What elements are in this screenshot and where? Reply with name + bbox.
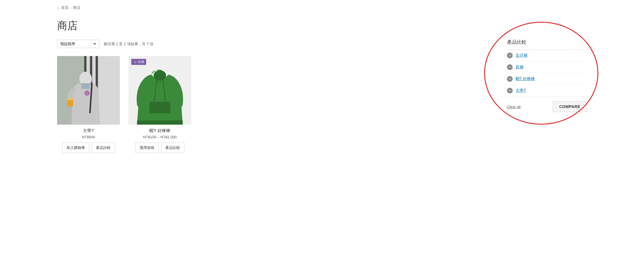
product-compare-button[interactable]: 產品比較 <box>161 143 184 153</box>
svg-rect-10 <box>67 98 74 100</box>
filter-bar: 預設排序 依熱門程度排序 依最新排序 依價格：由低至高 依價格：由高至低 顯示第… <box>57 40 490 48</box>
product-image-person: ☺ <box>57 56 120 125</box>
product-card: ☺ 大學T NT$500 加入購物車 產品比較 <box>57 56 120 153</box>
breadcrumb: ⌂ 首頁 › 商店 <box>0 0 644 10</box>
content-area: 商店 預設排序 依熱門程度排序 依最新排序 依價格：由低至高 依價格：由高至低 … <box>57 10 490 153</box>
clear-all-button[interactable]: Clear all <box>507 105 521 109</box>
svg-rect-15 <box>137 120 183 125</box>
badge-smile-icon: ☺ <box>133 60 137 64</box>
badge-label: 待價 <box>138 60 144 64</box>
remove-compare-item-button[interactable]: ✕ <box>507 53 513 58</box>
compare-button[interactable]: COMPARE <box>553 101 587 112</box>
add-to-cart-button[interactable]: 加入購物車 <box>62 143 89 153</box>
page-title: 商店 <box>57 19 490 33</box>
compare-item-name[interactable]: 生仔褲 <box>516 53 528 58</box>
product-name: 帽T 好棒棒 <box>128 128 191 133</box>
compare-footer: Clear all COMPARE <box>507 101 587 112</box>
compare-item: ✕ 大學T <box>507 85 587 97</box>
select-spec-button[interactable]: 選擇規格 <box>135 143 159 153</box>
product-price: NT$100 – NT$1,000 <box>128 135 191 139</box>
svg-point-14 <box>154 70 166 81</box>
svg-rect-7 <box>81 83 90 89</box>
compare-item-name[interactable]: 大學T <box>516 88 526 93</box>
breadcrumb-current: 商店 <box>73 5 80 10</box>
product-card: ☺ 待價 <box>128 56 191 153</box>
remove-compare-item-button[interactable]: ✕ <box>507 64 513 70</box>
result-count: 顯示第 1 至 2 項結果，共 7 項 <box>104 41 153 47</box>
compare-item: ✕ 生仔褲 <box>507 50 587 61</box>
breadcrumb-separator: › <box>70 6 71 10</box>
product-name: 大學T <box>57 128 120 133</box>
breadcrumb-home[interactable]: 首頁 <box>61 5 69 10</box>
product-actions: 選擇規格 產品比較 <box>128 143 191 153</box>
product-compare-button[interactable]: 產品比較 <box>92 143 115 153</box>
sale-badge: ☺ 待價 <box>131 59 146 65</box>
sort-select[interactable]: 預設排序 依熱門程度排序 依最新排序 依價格：由低至高 依價格：由高至低 <box>57 40 99 48</box>
product-actions: 加入購物車 產品比較 <box>57 143 120 153</box>
remove-compare-item-button[interactable]: ✕ <box>507 76 513 82</box>
compare-item-name[interactable]: 長褲 <box>516 65 524 70</box>
compare-item-name[interactable]: 帽T 好棒棒 <box>516 76 535 81</box>
compare-item: ✕ 帽T 好棒棒 <box>507 73 587 85</box>
sidebar: 產品比較 ✕ 生仔褲 ✕ 長褲 ✕ 帽T 好棒棒 ✕ 大學T Clear all <box>507 10 587 153</box>
svg-text:☺: ☺ <box>86 92 88 95</box>
compare-panel-title: 產品比較 <box>507 39 587 45</box>
compare-box: 產品比較 ✕ 生仔褲 ✕ 長褲 ✕ 帽T 好棒棒 ✕ 大學T Clear all <box>507 39 587 112</box>
product-price: NT$500 <box>57 135 120 139</box>
products-grid: ☺ 大學T NT$500 加入購物車 產品比較 ☺ 待價 <box>57 56 490 153</box>
compare-item: ✕ 長褲 <box>507 61 587 73</box>
remove-compare-item-button[interactable]: ✕ <box>507 88 513 93</box>
product-image-wrap: ☺ 待價 <box>128 56 191 125</box>
product-image-wrap: ☺ <box>57 56 120 125</box>
product-image-hoodie <box>128 56 191 125</box>
home-icon: ⌂ <box>57 6 59 10</box>
